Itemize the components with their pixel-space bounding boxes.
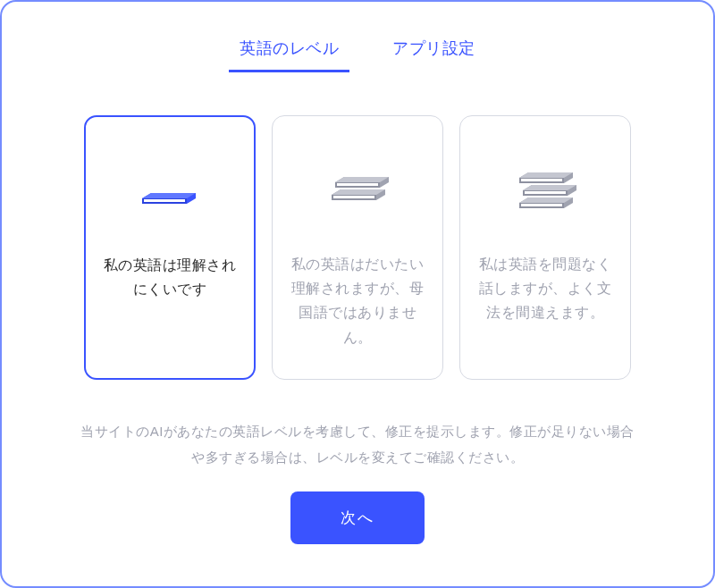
svg-rect-2 <box>337 183 378 186</box>
settings-panel: 英語のレベル アプリ設定 私の英語は理解されにくいです <box>0 0 715 588</box>
book-double-icon <box>324 138 391 245</box>
tab-bar: 英語のレベル アプリ設定 <box>229 30 486 72</box>
book-single-icon <box>137 139 203 246</box>
svg-rect-4 <box>525 191 566 194</box>
level-card-intermediate[interactable]: 私の英語はだいたい理解されますが、母国語ではありません。 <box>272 115 443 380</box>
book-triple-icon <box>512 138 578 245</box>
svg-rect-1 <box>333 196 374 198</box>
level-card-label: 私の英語は理解されにくいです <box>100 253 240 301</box>
next-button[interactable]: 次へ <box>290 491 425 544</box>
tab-app-settings[interactable]: アプリ設定 <box>382 30 486 72</box>
svg-rect-3 <box>521 204 562 206</box>
level-card-label: 私の英語はだいたい理解されますが、母国語ではありません。 <box>287 252 428 349</box>
description-text: 当サイトのAIがあなたの英語レベルを考慮して、修正を提示します。修正が足りない場… <box>80 419 635 470</box>
svg-rect-0 <box>144 199 185 202</box>
level-card-label: 私は英語を問題なく話しますが、よく文法を間違えます。 <box>475 252 616 325</box>
svg-rect-5 <box>521 179 562 181</box>
level-card-beginner[interactable]: 私の英語は理解されにくいです <box>84 115 256 380</box>
level-cards: 私の英語は理解されにくいです <box>84 115 631 380</box>
level-card-advanced[interactable]: 私は英語を問題なく話しますが、よく文法を間違えます。 <box>459 115 631 380</box>
tab-english-level[interactable]: 英語のレベル <box>229 30 349 72</box>
